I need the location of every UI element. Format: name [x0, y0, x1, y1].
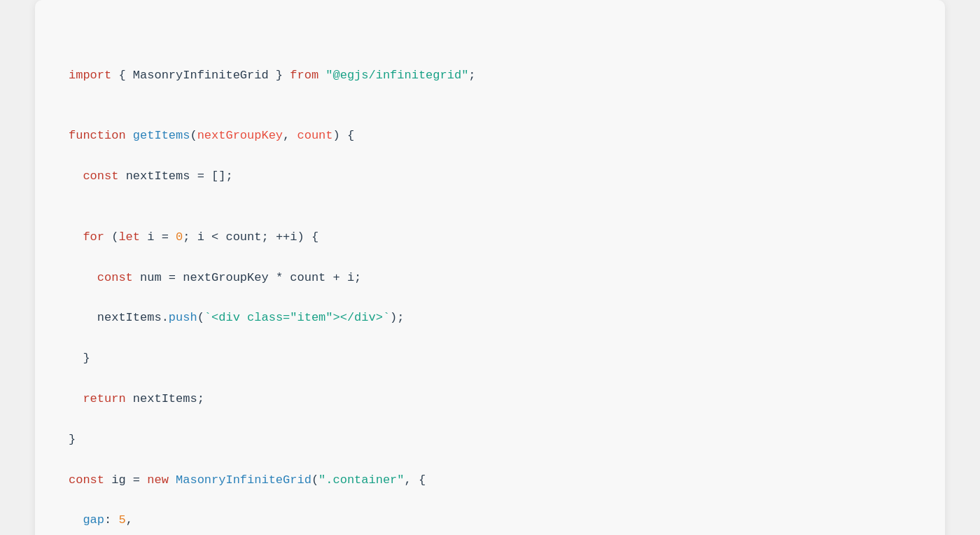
- code-editor: import { MasonryInfiniteGrid } from "@eg…: [35, 0, 945, 535]
- code-line-11: }: [69, 430, 911, 450]
- code-line-7: const num = nextGroupKey * count + i;: [69, 268, 911, 289]
- code-line-12: const ig = new MasonryInfiniteGrid(".con…: [69, 471, 911, 491]
- code-line-9: }: [69, 349, 911, 369]
- code-line-13: gap: 5,: [69, 510, 911, 531]
- code-content: import { MasonryInfiniteGrid } from "@eg…: [69, 25, 911, 535]
- code-line-1: import { MasonryInfiniteGrid } from "@eg…: [69, 66, 911, 86]
- code-line-4: const nextItems = [];: [69, 167, 911, 187]
- code-line-10: return nextItems;: [69, 389, 911, 410]
- code-line-8: nextItems.push(`<div class="item"></div>…: [69, 308, 911, 328]
- code-line-3: function getItems(nextGroupKey, count) {: [69, 126, 911, 146]
- code-line-6: for (let i = 0; i < count; ++i) {: [69, 228, 911, 248]
